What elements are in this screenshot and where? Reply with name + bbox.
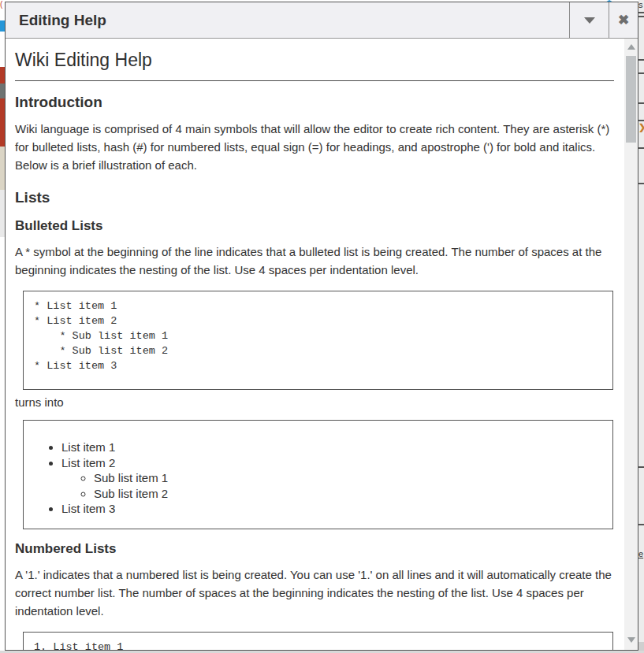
vertical-scrollbar[interactable] [624, 39, 638, 650]
section-heading-lists: Lists [15, 189, 614, 206]
bulleted-lists-paragraph: A * symbol at the beginning of the line … [15, 243, 614, 279]
background-chevron-glyph: ❯ [638, 122, 644, 132]
dialog-content-wrap: Wiki Editing Help Introduction Wiki lang… [6, 39, 638, 650]
scroll-up-button[interactable] [624, 40, 638, 54]
page-title: Wiki Editing Help [15, 48, 614, 81]
scrollbar-thumb[interactable] [626, 56, 636, 143]
introduction-paragraph: Wiki language is comprised of 4 main sym… [15, 120, 614, 174]
rendered-sub-list: Sub list item 1 Sub list item 2 [61, 470, 605, 501]
background-line [638, 524, 644, 525]
scroll-down-button[interactable] [624, 633, 638, 647]
list-item-label: List item 2 [61, 456, 115, 469]
list-item: List item 3 [61, 501, 605, 517]
sub-list-item: Sub list item 2 [94, 486, 605, 502]
background-line [638, 466, 644, 468]
turns-into-label: turns into [15, 395, 614, 409]
list-item: List item 1 [61, 440, 605, 455]
background-line [638, 102, 644, 104]
scroll-up-icon [627, 44, 635, 50]
list-item: List item 2 Sub list item 1 Sub list ite… [61, 455, 605, 502]
close-button[interactable]: ✖ [609, 2, 638, 38]
background-page-right-sliver: s ❯ e [638, 0, 644, 653]
background-line [638, 147, 644, 149]
background-line [638, 72, 644, 74]
close-icon: ✖ [618, 12, 629, 28]
numbered-list-code-example: 1. List item 1 1. List item 2 [23, 632, 613, 651]
subsection-heading-bulleted-lists: Bulleted Lists [15, 218, 614, 234]
background-line [638, 12, 644, 13]
section-heading-introduction: Introduction [15, 94, 614, 111]
bulleted-list-rendered-example: List item 1 List item 2 Sub list item 1 … [23, 420, 613, 529]
help-content: Wiki Editing Help Introduction Wiki lang… [6, 39, 624, 650]
editing-help-dialog: Editing Help ✖ Wiki Editing Help Introdu… [5, 2, 638, 651]
background-text-fragment: s [638, 0, 643, 9]
background-line [638, 120, 644, 121]
subsection-heading-numbered-lists: Numbered Lists [15, 541, 614, 557]
sub-list-item: Sub list item 1 [94, 470, 605, 486]
bulleted-list-code-example: * List item 1 * List item 2 * Sub list i… [23, 291, 613, 390]
dialog-titlebar[interactable]: Editing Help ✖ [6, 2, 638, 39]
numbered-lists-paragraph: A '1.' indicates that a numbered list is… [15, 566, 614, 620]
dialog-title: Editing Help [6, 2, 569, 38]
background-link-fragment: e [638, 549, 643, 558]
background-line [638, 183, 644, 184]
rendered-bullet-list: List item 1 List item 2 Sub list item 1 … [32, 440, 605, 517]
background-line [638, 59, 644, 61]
scroll-down-icon [627, 637, 635, 643]
collapse-button[interactable] [569, 2, 609, 38]
chevron-down-icon [584, 17, 595, 24]
background-line [638, 16, 644, 17]
